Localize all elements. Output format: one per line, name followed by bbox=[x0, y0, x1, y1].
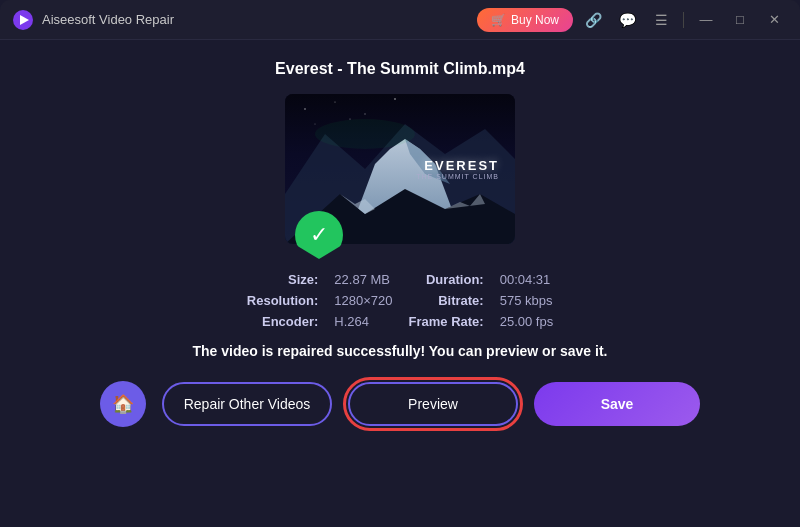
menu-icon[interactable]: ☰ bbox=[647, 6, 675, 34]
duration-value: 00:04:31 bbox=[500, 272, 554, 287]
maximize-button[interactable]: □ bbox=[726, 6, 754, 34]
title-bar-right: 🛒 Buy Now 🔗 💬 ☰ — □ ✕ bbox=[477, 6, 788, 34]
svg-point-5 bbox=[364, 113, 365, 114]
everest-subtitle-text: THE SUMMIT CLIMB bbox=[416, 173, 499, 180]
home-icon: 🏠 bbox=[112, 393, 134, 415]
success-checkmark-badge: ✓ bbox=[295, 211, 343, 259]
everest-overlay-text: EVEREST THE SUMMIT CLIMB bbox=[416, 158, 499, 180]
framerate-label: Frame Rate: bbox=[409, 314, 484, 329]
svg-point-8 bbox=[349, 118, 350, 119]
bottom-bar: 🏠 Repair Other Videos Preview Save bbox=[40, 381, 760, 427]
title-bar: Aiseesoft Video Repair 🛒 Buy Now 🔗 💬 ☰ —… bbox=[0, 0, 800, 40]
home-button[interactable]: 🏠 bbox=[100, 381, 146, 427]
success-message: The video is repaired successfully! You … bbox=[193, 343, 608, 359]
close-button[interactable]: ✕ bbox=[760, 6, 788, 34]
main-content: Everest - The Summit Climb.mp4 bbox=[0, 40, 800, 527]
resolution-value: 1280×720 bbox=[334, 293, 392, 308]
bitrate-value: 575 kbps bbox=[500, 293, 554, 308]
app-name: Aiseesoft Video Repair bbox=[42, 12, 174, 27]
title-bar-left: Aiseesoft Video Repair bbox=[12, 9, 174, 31]
everest-title-text: EVEREST bbox=[416, 158, 499, 173]
svg-point-7 bbox=[315, 124, 316, 125]
link-icon[interactable]: 🔗 bbox=[579, 6, 607, 34]
size-value: 22.87 MB bbox=[334, 272, 392, 287]
buy-now-label: Buy Now bbox=[511, 13, 559, 27]
preview-button[interactable]: Preview bbox=[348, 382, 518, 426]
svg-point-3 bbox=[304, 108, 306, 110]
encoder-label: Encoder: bbox=[247, 314, 319, 329]
resolution-label: Resolution: bbox=[247, 293, 319, 308]
minimize-button[interactable]: — bbox=[692, 6, 720, 34]
repair-other-videos-button[interactable]: Repair Other Videos bbox=[162, 382, 332, 426]
video-title: Everest - The Summit Climb.mp4 bbox=[275, 60, 525, 78]
svg-point-15 bbox=[315, 119, 415, 149]
chat-icon[interactable]: 💬 bbox=[613, 6, 641, 34]
size-label: Size: bbox=[247, 272, 319, 287]
duration-label: Duration: bbox=[409, 272, 484, 287]
svg-point-4 bbox=[334, 101, 335, 102]
app-logo-icon bbox=[12, 9, 34, 31]
save-button[interactable]: Save bbox=[534, 382, 700, 426]
bitrate-label: Bitrate: bbox=[409, 293, 484, 308]
video-info-table: Size: 22.87 MB Duration: 00:04:31 Resolu… bbox=[247, 272, 553, 329]
svg-point-6 bbox=[394, 98, 396, 100]
thumbnail-container: EVEREST THE SUMMIT CLIMB ✓ bbox=[285, 94, 515, 244]
encoder-value: H.264 bbox=[334, 314, 392, 329]
buy-now-button[interactable]: 🛒 Buy Now bbox=[477, 8, 573, 32]
cart-icon: 🛒 bbox=[491, 13, 506, 27]
framerate-value: 25.00 fps bbox=[500, 314, 554, 329]
separator bbox=[683, 12, 684, 28]
